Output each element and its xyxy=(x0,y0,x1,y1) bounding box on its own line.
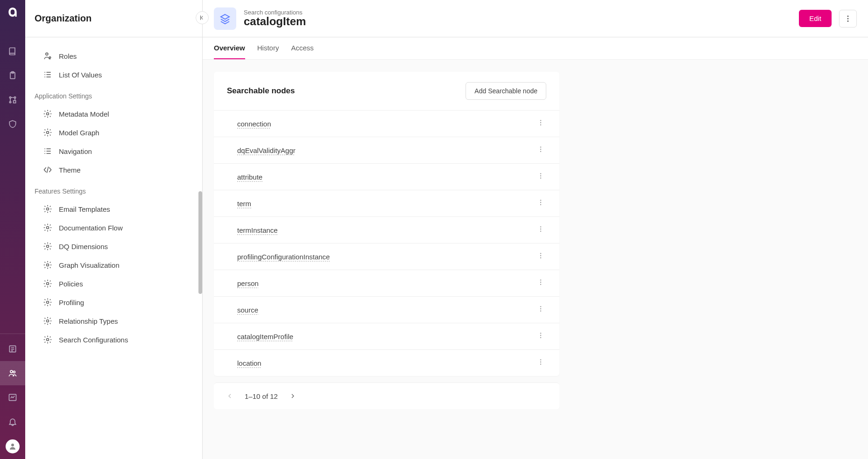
entity-icon xyxy=(214,7,236,30)
rail-shield[interactable] xyxy=(0,112,25,136)
row-menu-button[interactable] xyxy=(535,330,546,343)
node-link[interactable]: catalogItemProfile xyxy=(237,333,293,341)
table-row: attribute xyxy=(214,163,559,190)
more-vertical-icon xyxy=(537,172,544,180)
svg-point-53 xyxy=(540,200,541,201)
row-menu-button[interactable] xyxy=(535,277,546,290)
svg-point-43 xyxy=(847,20,849,21)
row-menu-button[interactable] xyxy=(535,303,546,316)
node-link[interactable]: person xyxy=(237,279,259,287)
row-menu-button[interactable] xyxy=(535,250,546,263)
node-link[interactable]: termInstance xyxy=(237,226,278,234)
app-logo[interactable] xyxy=(0,0,25,25)
more-vertical-icon xyxy=(537,146,544,153)
svg-point-4 xyxy=(9,101,11,103)
sidebar-item-metadata-model[interactable]: Metadata Model xyxy=(25,104,202,123)
node-link[interactable]: location xyxy=(237,359,261,367)
tab-access[interactable]: Access xyxy=(291,37,313,59)
node-link[interactable]: attribute xyxy=(237,173,262,181)
row-menu-button[interactable] xyxy=(535,356,546,369)
rail-workflow[interactable] xyxy=(0,88,25,112)
sidebar-item-roles[interactable]: Roles xyxy=(25,47,202,65)
sidebar-item-label: Policies xyxy=(59,280,83,288)
row-menu-button[interactable] xyxy=(535,170,546,183)
node-link[interactable]: dqEvalValidityAggr xyxy=(237,146,296,154)
rail-users[interactable] xyxy=(0,361,25,385)
more-actions-button[interactable] xyxy=(839,10,857,28)
rail-monitor[interactable] xyxy=(0,385,25,410)
sidebar-item-documentation-flow[interactable]: Documentation Flow xyxy=(25,218,202,237)
main: Search configurations catalogItem Edit O… xyxy=(203,0,868,459)
svg-point-15 xyxy=(46,53,48,55)
edit-button[interactable]: Edit xyxy=(799,10,832,27)
sidebar-item-theme[interactable]: Theme xyxy=(25,160,202,179)
book-icon xyxy=(8,47,17,56)
collapse-sidebar-button[interactable] xyxy=(196,11,209,24)
sidebar-item-search-configurations[interactable]: Search Configurations xyxy=(25,330,202,349)
chevron-left-bar-icon xyxy=(199,14,205,21)
searchable-nodes-table: connectiondqEvalValidityAggrattributeter… xyxy=(214,110,559,376)
more-vertical-icon xyxy=(537,119,544,126)
more-vertical-icon xyxy=(537,225,544,233)
activity-icon xyxy=(8,393,17,402)
sidebar-item-lov[interactable]: List Of Values xyxy=(25,65,202,84)
rail-list[interactable] xyxy=(0,337,25,361)
sidebar-item-policies[interactable]: Policies xyxy=(25,274,202,293)
sidebar-item-model-graph[interactable]: Model Graph xyxy=(25,123,202,142)
layers-icon xyxy=(219,13,231,24)
tab-history[interactable]: History xyxy=(257,37,279,59)
svg-point-32 xyxy=(47,208,49,210)
gear-icon xyxy=(43,223,52,232)
tab-overview[interactable]: Overview xyxy=(214,37,245,59)
node-link[interactable]: source xyxy=(237,306,258,314)
sidebar-item-label: List Of Values xyxy=(59,71,102,79)
roles-icon xyxy=(43,51,52,61)
chevron-left-icon xyxy=(226,392,233,400)
row-menu-button[interactable] xyxy=(535,223,546,236)
network-icon xyxy=(8,95,17,104)
code-icon xyxy=(43,165,52,174)
svg-point-54 xyxy=(540,202,541,203)
pager-next-button[interactable] xyxy=(286,389,299,403)
sidebar-item-relationship-types[interactable]: Relationship Types xyxy=(25,312,202,330)
row-menu-button[interactable] xyxy=(535,117,546,130)
node-link[interactable]: connection xyxy=(237,120,271,128)
person-icon xyxy=(8,442,17,451)
sidebar-item-navigation[interactable]: Navigation xyxy=(25,142,202,160)
sidebar-scrollbar[interactable] xyxy=(198,191,202,294)
rail-clipboard[interactable] xyxy=(0,63,25,88)
rail-notifications[interactable] xyxy=(0,410,25,434)
rail-catalog[interactable] xyxy=(0,39,25,63)
svg-rect-5 xyxy=(14,101,16,103)
sidebar-item-graph-visualization[interactable]: Graph Visualization xyxy=(25,256,202,274)
sidebar-item-label: Roles xyxy=(59,52,77,60)
gear-icon xyxy=(43,204,52,214)
node-link[interactable]: term xyxy=(237,200,251,208)
gear-icon xyxy=(43,242,52,251)
sidebar-body: Roles List Of Values Application Setting… xyxy=(25,37,202,459)
table-row: profilingConfigurationInstance xyxy=(214,243,559,270)
sidebar-item-dq-dimensions[interactable]: DQ Dimensions xyxy=(25,237,202,256)
node-link[interactable]: profilingConfigurationInstance xyxy=(237,253,330,261)
gear-icon xyxy=(43,335,52,344)
list-icon xyxy=(8,344,17,354)
svg-marker-40 xyxy=(221,14,229,19)
table-row: catalogItemProfile xyxy=(214,323,559,349)
pager-label: 1–10 of 12 xyxy=(245,392,278,400)
sidebar-item-email-templates[interactable]: Email Templates xyxy=(25,200,202,218)
svg-point-50 xyxy=(540,173,541,174)
user-avatar[interactable] xyxy=(6,439,20,453)
svg-point-3 xyxy=(14,97,15,98)
pager-prev-button[interactable] xyxy=(223,389,236,403)
users-icon xyxy=(8,369,17,378)
row-menu-button[interactable] xyxy=(535,144,546,157)
sidebar-item-label: Search Configurations xyxy=(59,336,128,344)
add-searchable-node-button[interactable]: Add Searchable node xyxy=(466,82,546,100)
sidebar-item-label: Profiling xyxy=(59,299,84,306)
more-vertical-icon xyxy=(537,199,544,206)
table-row: dqEvalValidityAggr xyxy=(214,137,559,163)
more-vertical-icon xyxy=(537,332,544,339)
sidebar-item-profiling[interactable]: Profiling xyxy=(25,293,202,312)
svg-point-2 xyxy=(9,97,11,98)
row-menu-button[interactable] xyxy=(535,197,546,210)
